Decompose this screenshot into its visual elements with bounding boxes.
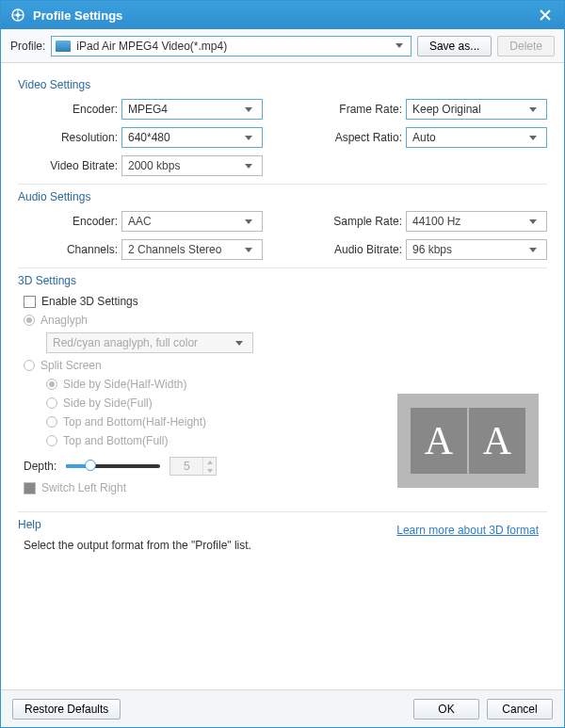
- framerate-label: Frame Rate:: [312, 103, 406, 116]
- divider: [18, 184, 547, 185]
- split-label: Split Screen: [40, 359, 102, 372]
- sbs-half-radio: Side by Side(Half-Width): [46, 378, 547, 391]
- video-heading: Video Settings: [18, 78, 547, 91]
- video-bitrate-label: Video Bitrate:: [18, 159, 121, 172]
- help-text: Select the output format from the "Profi…: [24, 539, 547, 552]
- preview-left: A: [411, 408, 467, 474]
- samplerate-select[interactable]: 44100 Hz: [406, 211, 547, 232]
- framerate-select[interactable]: Keep Original: [406, 99, 547, 120]
- window-title: Profile Settings: [33, 8, 122, 23]
- audio-bitrate-select[interactable]: 96 kbps: [406, 239, 547, 260]
- audio-heading: Audio Settings: [18, 190, 547, 203]
- depth-spinner: 5: [170, 457, 217, 476]
- radio-icon: [46, 416, 57, 428]
- depth-label: Depth:: [24, 460, 56, 473]
- chevron-down-icon: [245, 107, 252, 112]
- close-button[interactable]: [536, 6, 555, 24]
- ipad-icon: [56, 40, 71, 52]
- chevron-down-icon: [245, 164, 252, 169]
- channels-label: Channels:: [18, 243, 121, 256]
- checkbox-icon: [24, 296, 36, 308]
- chevron-down-icon: [396, 43, 403, 48]
- restore-defaults-button[interactable]: Restore Defaults: [12, 699, 121, 720]
- divider: [18, 511, 547, 512]
- resolution-label: Resolution:: [18, 131, 121, 144]
- chevron-down-icon: [529, 248, 537, 252]
- aspect-select[interactable]: Auto: [406, 127, 547, 148]
- switch-lr-label: Switch Left Right: [41, 481, 126, 494]
- enable-3d-checkbox[interactable]: Enable 3D Settings: [24, 295, 547, 308]
- slider-thumb: [85, 460, 96, 471]
- content: Video Settings Encoder: MPEG4 Frame Rate…: [1, 63, 564, 689]
- channels-select[interactable]: 2 Channels Stereo: [121, 239, 263, 260]
- video-bitrate-select[interactable]: 2000 kbps: [121, 155, 263, 176]
- titlebar: Profile Settings: [1, 1, 564, 29]
- divider: [18, 267, 547, 268]
- chevron-down-icon: [207, 469, 213, 473]
- 3d-heading: 3D Settings: [18, 274, 547, 287]
- radio-icon: [24, 315, 35, 326]
- learn-more-link[interactable]: Learn more about 3D format: [396, 524, 539, 537]
- samplerate-label: Sample Rate:: [312, 215, 406, 228]
- video-encoder-select[interactable]: MPEG4: [121, 99, 263, 120]
- 3d-preview: A A: [397, 394, 539, 488]
- chevron-down-icon: [245, 219, 252, 224]
- anaglyph-label: Anaglyph: [40, 314, 88, 327]
- ok-button[interactable]: OK: [413, 699, 479, 720]
- audio-encoder-label: Encoder:: [18, 215, 121, 228]
- chevron-down-icon: [235, 341, 243, 346]
- chevron-down-icon: [529, 219, 537, 224]
- depth-slider: [66, 464, 160, 468]
- audio-bitrate-label: Audio Bitrate:: [312, 243, 406, 256]
- radio-icon: [46, 379, 57, 390]
- profile-value: iPad Air MPEG4 Video(*.mp4): [76, 40, 392, 53]
- enable-3d-label: Enable 3D Settings: [41, 295, 138, 308]
- video-encoder-label: Encoder:: [18, 103, 121, 116]
- profile-select[interactable]: iPad Air MPEG4 Video(*.mp4): [51, 36, 412, 57]
- preview-right: A: [469, 408, 525, 474]
- profile-label: Profile:: [10, 40, 45, 53]
- delete-button: Delete: [497, 36, 555, 57]
- footer: Restore Defaults OK Cancel: [1, 689, 564, 727]
- chevron-down-icon: [245, 248, 252, 252]
- chevron-down-icon: [529, 136, 537, 140]
- radio-icon: [24, 360, 35, 371]
- checkbox-icon: [24, 482, 36, 494]
- resolution-select[interactable]: 640*480: [121, 127, 263, 148]
- chevron-down-icon: [245, 136, 252, 140]
- app-icon: [10, 8, 25, 23]
- audio-encoder-select[interactable]: AAC: [121, 211, 263, 232]
- radio-icon: [46, 435, 57, 446]
- cancel-button[interactable]: Cancel: [487, 699, 553, 720]
- chevron-up-icon: [207, 461, 213, 464]
- anaglyph-select: Red/cyan anaglyph, full color: [46, 332, 253, 353]
- chevron-down-icon: [529, 107, 537, 112]
- anaglyph-radio: Anaglyph: [24, 314, 547, 327]
- aspect-label: Aspect Ratio:: [312, 131, 406, 144]
- split-screen-radio: Split Screen: [24, 359, 547, 372]
- radio-icon: [46, 397, 57, 409]
- topbar: Profile: iPad Air MPEG4 Video(*.mp4) Sav…: [1, 29, 564, 63]
- save-as-button[interactable]: Save as...: [417, 36, 492, 57]
